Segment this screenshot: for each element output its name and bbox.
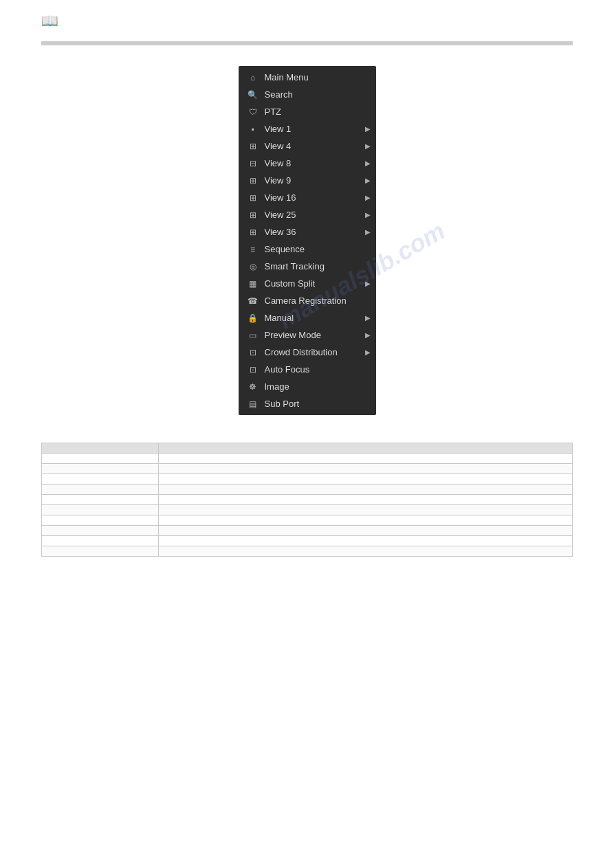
menu-arrow-view9: ▶ — [365, 177, 371, 184]
table-cell-left-4 — [42, 495, 159, 505]
menu-arrow-view16: ▶ — [365, 194, 371, 201]
table-row — [42, 495, 573, 505]
table-row — [42, 464, 573, 474]
table-container — [41, 443, 573, 557]
menu-label-auto-focus: Auto Focus — [265, 364, 310, 375]
menu-label-sub-port: Sub Port — [265, 399, 300, 409]
menu-icon-search: 🔍 — [247, 90, 259, 100]
menu-item-main-menu[interactable]: ⌂Main Menu — [239, 69, 376, 86]
menu-arrow-crowd-distribution: ▶ — [365, 348, 371, 356]
menu-label-view36: View 36 — [265, 227, 296, 237]
menu-item-custom-split[interactable]: ▦Custom Split▶ — [239, 275, 376, 292]
menu-icon-view16: ⊞ — [247, 193, 259, 203]
menu-icon-main-menu: ⌂ — [247, 73, 259, 82]
menu-item-image[interactable]: ☸Image — [239, 378, 376, 395]
menu-icon-sequence: ≡ — [247, 245, 259, 254]
menu-item-search[interactable]: 🔍Search — [239, 86, 376, 103]
table-cell-left-6 — [42, 515, 159, 526]
menu-item-smart-tracking[interactable]: ◎Smart Tracking — [239, 258, 376, 275]
menu-item-sequence[interactable]: ≡Sequence — [239, 241, 376, 258]
menu-icon-view8: ⊟ — [247, 159, 259, 168]
menu-icon-view25: ⊞ — [247, 210, 259, 220]
menu-icon-sub-port: ▤ — [247, 399, 259, 409]
book-icon: 📖 — [41, 13, 58, 28]
menu-item-crowd-distribution[interactable]: ⊡Crowd Distribution▶ — [239, 344, 376, 361]
menu-icon-manual: 🔒 — [247, 313, 259, 323]
menu-arrow-manual: ▶ — [365, 314, 371, 322]
menu-arrow-view8: ▶ — [365, 159, 371, 167]
table-cell-right-7 — [159, 526, 573, 536]
menu-label-view25: View 25 — [265, 210, 296, 220]
menu-label-image: Image — [265, 381, 289, 392]
menu-item-view9[interactable]: ⊞View 9▶ — [239, 172, 376, 189]
table-cell-left-8 — [42, 536, 159, 546]
menu-label-manual: Manual — [265, 313, 294, 323]
menu-label-view16: View 16 — [265, 192, 296, 203]
menu-label-custom-split: Custom Split — [265, 278, 316, 289]
menu-item-view16[interactable]: ⊞View 16▶ — [239, 189, 376, 206]
table-cell-left-7 — [42, 526, 159, 536]
divider-line — [41, 41, 573, 45]
menu-icon-view36: ⊞ — [247, 227, 259, 237]
table-row — [42, 546, 573, 557]
menu-label-preview-mode: Preview Mode — [265, 330, 321, 340]
menu-arrow-view4: ▶ — [365, 142, 371, 150]
menu-label-main-menu: Main Menu — [265, 72, 309, 82]
table-cell-right-1 — [159, 464, 573, 474]
menu-label-search: Search — [265, 89, 293, 100]
menu-arrow-view36: ▶ — [365, 228, 371, 236]
menu-icon-custom-split: ▦ — [247, 279, 259, 289]
table-cell-right-3 — [159, 485, 573, 495]
context-menu-container: ⌂Main Menu🔍Search🛡PTZ▪View 1▶⊞View 4▶⊟Vi… — [0, 66, 614, 415]
reference-table — [41, 443, 573, 557]
menu-arrow-custom-split: ▶ — [365, 280, 371, 287]
table-row — [42, 536, 573, 546]
col-header-left — [42, 443, 159, 454]
top-area: 📖 — [0, 0, 614, 36]
table-cell-right-5 — [159, 505, 573, 515]
menu-label-view9: View 9 — [265, 175, 292, 186]
menu-label-ptz: PTZ — [265, 107, 282, 117]
menu-item-view1[interactable]: ▪View 1▶ — [239, 120, 376, 137]
col-header-right — [159, 443, 573, 454]
menu-label-crowd-distribution: Crowd Distribution — [265, 347, 338, 357]
table-cell-right-0 — [159, 454, 573, 464]
menu-icon-camera-registration: ☎ — [247, 296, 259, 306]
menu-item-auto-focus[interactable]: ⊡Auto Focus — [239, 361, 376, 378]
menu-arrow-view25: ▶ — [365, 211, 371, 219]
menu-item-view36[interactable]: ⊞View 36▶ — [239, 223, 376, 241]
menu-item-camera-registration[interactable]: ☎Camera Registration — [239, 292, 376, 309]
menu-icon-ptz: 🛡 — [247, 107, 259, 117]
menu-item-view8[interactable]: ⊟View 8▶ — [239, 155, 376, 172]
table-row — [42, 474, 573, 485]
table-cell-right-6 — [159, 515, 573, 526]
menu-label-smart-tracking: Smart Tracking — [265, 261, 325, 271]
menu-label-view8: View 8 — [265, 158, 292, 168]
menu-icon-crowd-distribution: ⊡ — [247, 348, 259, 357]
menu-item-sub-port[interactable]: ▤Sub Port — [239, 395, 376, 412]
table-row — [42, 454, 573, 464]
menu-icon-view4: ⊞ — [247, 142, 259, 151]
menu-arrow-preview-mode: ▶ — [365, 331, 371, 339]
menu-item-view4[interactable]: ⊞View 4▶ — [239, 137, 376, 155]
menu-item-ptz[interactable]: 🛡PTZ — [239, 103, 376, 120]
table-row — [42, 526, 573, 536]
table-cell-left-5 — [42, 505, 159, 515]
menu-item-preview-mode[interactable]: ▭Preview Mode▶ — [239, 326, 376, 344]
menu-label-view1: View 1 — [265, 124, 292, 134]
table-cell-right-9 — [159, 546, 573, 557]
table-cell-right-2 — [159, 474, 573, 485]
table-row — [42, 505, 573, 515]
context-menu: ⌂Main Menu🔍Search🛡PTZ▪View 1▶⊞View 4▶⊟Vi… — [239, 66, 376, 415]
menu-item-manual[interactable]: 🔒Manual▶ — [239, 309, 376, 326]
table-cell-right-8 — [159, 536, 573, 546]
menu-icon-preview-mode: ▭ — [247, 331, 259, 340]
menu-icon-auto-focus: ⊡ — [247, 365, 259, 375]
menu-label-sequence: Sequence — [265, 244, 305, 254]
table-cell-left-0 — [42, 454, 159, 464]
menu-icon-image: ☸ — [247, 382, 259, 392]
table-row — [42, 485, 573, 495]
menu-label-view4: View 4 — [265, 141, 292, 151]
table-cell-right-4 — [159, 495, 573, 505]
menu-item-view25[interactable]: ⊞View 25▶ — [239, 206, 376, 223]
